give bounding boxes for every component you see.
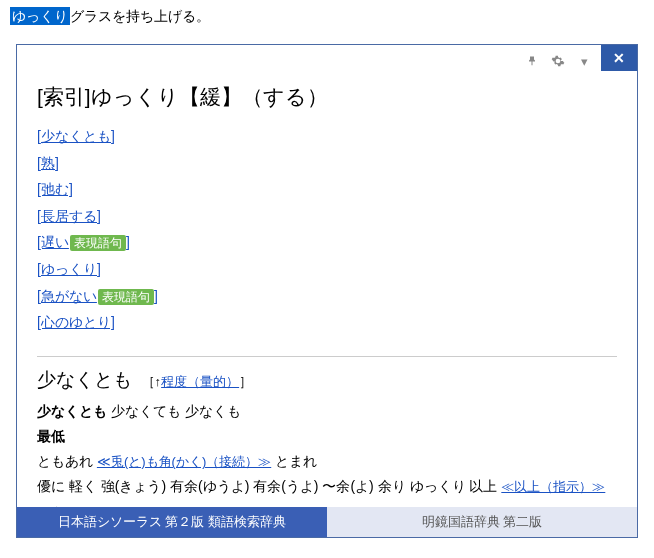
index-link-close[interactable]: ]: [154, 288, 158, 304]
index-link[interactable]: [少なくとも]: [37, 128, 115, 144]
dictionary-tabs: 日本語シソーラス 第２版 類語検索辞典 明鏡国語辞典 第二版: [17, 507, 637, 537]
index-link[interactable]: [ゆっくり]: [37, 261, 101, 277]
index-item: [熟]: [37, 150, 617, 177]
index-link[interactable]: [弛む]: [37, 181, 73, 197]
section-line: 少なくとも 少なくても 少なくも: [37, 399, 617, 424]
index-link[interactable]: [心のゆとり]: [37, 314, 115, 330]
tab-thesaurus[interactable]: 日本語シソーラス 第２版 類語検索辞典: [17, 507, 327, 537]
index-item: [弛む]: [37, 176, 617, 203]
expression-badge: 表現語句: [70, 235, 126, 251]
section-line: ともあれ ≪兎(と)も角(かく)（接続）≫ とまれ: [37, 449, 617, 474]
term-bold: 少なくとも: [37, 403, 107, 419]
sentence-rest: グラスを持ち上げる。: [70, 8, 210, 24]
index-link[interactable]: [熟]: [37, 155, 59, 171]
highlighted-word: ゆっくり: [10, 7, 70, 25]
section: 少なくとも ［↑程度（量的）］少なくとも 少なくても 少なくも最低ともあれ ≪兎…: [37, 356, 617, 507]
context-sentence: ゆっくりグラスを持ち上げる。: [0, 0, 654, 34]
index-item: [心のゆとり]: [37, 309, 617, 336]
dictionary-popup: ▾ ✕ [索引]ゆっくり【緩】（する） [少なくとも][熟][弛む][長居する]…: [16, 44, 638, 538]
section-title: 少なくとも: [37, 369, 132, 390]
index-list: [少なくとも][熟][弛む][長居する][遅い表現語句][ゆっくり][急がない表…: [37, 123, 617, 336]
section-line: 優に 軽く 強(きょう) 有余(ゆうよ) 有余(うよ) 〜余(よ) 余り ゆっく…: [37, 474, 617, 507]
index-item: [長居する]: [37, 203, 617, 230]
tab-meikyo[interactable]: 明鏡国語辞典 第二版: [327, 507, 637, 537]
index-item: [少なくとも]: [37, 123, 617, 150]
category-link[interactable]: 程度（量的）: [161, 374, 239, 389]
index-link[interactable]: [長居する]: [37, 208, 101, 224]
index-item: [急がない表現語句]: [37, 283, 617, 310]
entry-headline: [索引]ゆっくり【緩】（する）: [37, 83, 617, 111]
index-item: [遅い表現語句]: [37, 229, 617, 256]
popup-toolbar: ▾ ✕: [17, 45, 637, 77]
section-header: 少なくとも ［↑程度（量的）］: [37, 367, 617, 393]
index-link-close[interactable]: ]: [126, 234, 130, 250]
index-link[interactable]: [遅い: [37, 234, 69, 250]
index-item: [ゆっくり]: [37, 256, 617, 283]
cross-ref-link[interactable]: ≪以上（指示）≫: [501, 479, 605, 494]
chevron-down-icon[interactable]: ▾: [575, 52, 593, 70]
section-line: 最低: [37, 424, 617, 449]
dictionary-content: [索引]ゆっくり【緩】（する） [少なくとも][熟][弛む][長居する][遅い表…: [17, 77, 637, 507]
section-body: 少なくとも 少なくても 少なくも最低ともあれ ≪兎(と)も角(かく)（接続）≫ …: [37, 399, 617, 507]
index-link[interactable]: [急がない: [37, 288, 97, 304]
gear-icon[interactable]: [549, 52, 567, 70]
expression-badge: 表現語句: [98, 289, 154, 305]
cross-ref-link[interactable]: ≪兎(と)も角(かく)（接続）≫: [97, 454, 271, 469]
pin-icon[interactable]: [523, 52, 541, 70]
term-bold: 最低: [37, 428, 65, 444]
section-ref: ［↑程度（量的）］: [138, 374, 252, 389]
close-button[interactable]: ✕: [601, 45, 637, 71]
